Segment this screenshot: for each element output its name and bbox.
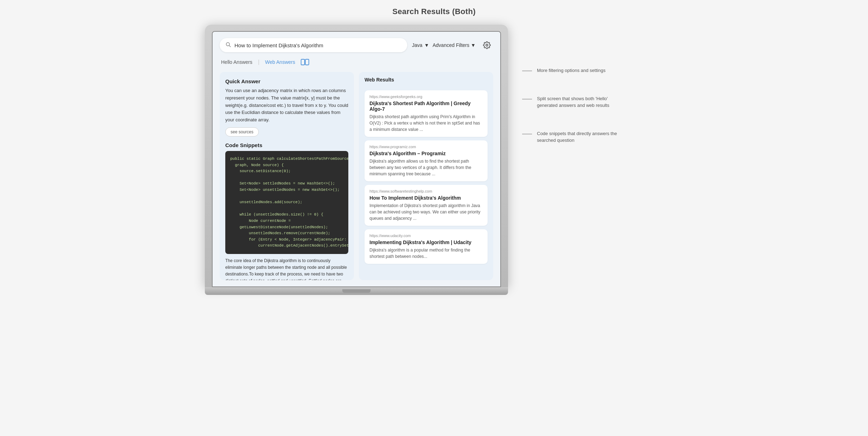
filter-group: Java ▼ Advanced Filters ▼ bbox=[412, 42, 476, 48]
web-result-url-3: https://www.udacity.com bbox=[369, 234, 483, 238]
right-pane-web-results: Web Results https://www.geeksforgeeks.or… bbox=[359, 72, 493, 280]
annotation-text-adv-filters: More filtering options and settings bbox=[537, 67, 605, 74]
web-result-title-3: Implementing Dijkstra's Algorithm | Udac… bbox=[369, 240, 483, 245]
annotation-split-screen: Split screen that shows both 'Hello' gen… bbox=[522, 95, 621, 109]
code-description: The core idea of the Dijkstra algorithm … bbox=[225, 258, 348, 280]
web-result-card-0[interactable]: https://www.geeksforgeeks.orgDijkstra's … bbox=[365, 90, 488, 137]
annotation-line-3 bbox=[522, 134, 532, 134]
screen-content: How to Implement Dijkstra's Algorithm Ja… bbox=[213, 32, 500, 286]
web-result-card-3[interactable]: https://www.udacity.comImplementing Dijk… bbox=[365, 229, 488, 264]
quick-answer-text: You can use an adjacency matrix in which… bbox=[225, 87, 348, 124]
annotation-advanced-filters: More filtering options and settings bbox=[522, 67, 621, 74]
web-result-title-1: Dijkstra's Algorithm – Programiz bbox=[369, 151, 483, 156]
tab-web-answers[interactable]: Web Answers bbox=[265, 58, 295, 66]
annotations-sidebar: More filtering options and settings Spli… bbox=[522, 25, 621, 144]
svg-rect-3 bbox=[301, 59, 305, 65]
web-result-snippet-0: Dijkstra shortest path algorithm using P… bbox=[369, 114, 483, 133]
code-snippets-title: Code Snippets bbox=[225, 142, 348, 148]
advanced-filters-button[interactable]: Advanced Filters ▼ bbox=[433, 42, 476, 48]
svg-rect-4 bbox=[305, 59, 309, 65]
left-pane-hello-answers: Quick Answer You can use an adjacency ma… bbox=[220, 72, 354, 280]
web-result-title-2: How To Implement Dijkstra's Algorithm bbox=[369, 195, 483, 201]
laptop-notch bbox=[342, 289, 371, 293]
annotation-code-snippets: Code snippets that directly answers the … bbox=[522, 130, 621, 144]
laptop-shell: How to Implement Dijkstra's Algorithm Ja… bbox=[205, 25, 508, 287]
search-row: How to Implement Dijkstra's Algorithm Ja… bbox=[220, 38, 493, 52]
search-box[interactable]: How to Implement Dijkstra's Algorithm bbox=[220, 38, 407, 52]
annotation-text-code-snippets: Code snippets that directly answers the … bbox=[537, 130, 621, 144]
language-arrow: ▼ bbox=[424, 42, 429, 48]
web-result-snippet-3: Dijkstra's algorithm is a popular method… bbox=[369, 247, 483, 260]
svg-point-2 bbox=[486, 44, 488, 46]
search-query-text: How to Implement Dijkstra's Algorithm bbox=[234, 42, 323, 48]
annotation-line-2 bbox=[522, 99, 532, 99]
svg-line-1 bbox=[229, 46, 231, 47]
tab-hello-answers[interactable]: Hello Answers bbox=[221, 58, 252, 66]
language-filter[interactable]: Java ▼ bbox=[412, 42, 429, 48]
settings-button[interactable] bbox=[481, 39, 493, 52]
web-result-url-2: https://www.softwaretestinghelp.com bbox=[369, 189, 483, 193]
laptop-wrapper: How to Implement Dijkstra's Algorithm Ja… bbox=[205, 25, 508, 295]
web-results-list: https://www.geeksforgeeks.orgDijkstra's … bbox=[365, 90, 488, 267]
web-result-url-1: https://www.programiz.com bbox=[369, 145, 483, 149]
page-title: Search Results (Both) bbox=[392, 7, 476, 16]
web-result-url-0: https://www.geeksforgeeks.org bbox=[369, 95, 483, 99]
web-result-snippet-2: Implementation of Dijkstra's shortest pa… bbox=[369, 202, 483, 222]
web-result-card-2[interactable]: https://www.softwaretestinghelp.comHow T… bbox=[365, 185, 488, 226]
laptop-base bbox=[205, 287, 508, 295]
tab-layout-icon[interactable] bbox=[301, 59, 309, 65]
quick-answer-title: Quick Answer bbox=[225, 78, 348, 84]
web-results-title: Web Results bbox=[365, 77, 488, 83]
outer-layout: How to Implement Dijkstra's Algorithm Ja… bbox=[205, 25, 663, 295]
see-sources-button[interactable]: see sources bbox=[225, 127, 259, 137]
annotation-text-split-screen: Split screen that shows both 'Hello' gen… bbox=[537, 95, 621, 109]
web-result-snippet-1: Dijkstra's algorithm allows us to find t… bbox=[369, 158, 483, 177]
tabs-row: Hello Answers | Web Answers bbox=[220, 58, 493, 66]
code-snippets-section: Code Snippets public static Graph calcul… bbox=[225, 142, 348, 280]
code-block: public static Graph calculateShortestPat… bbox=[225, 151, 348, 254]
tab-divider: | bbox=[258, 59, 259, 65]
quick-answer-section: Quick Answer You can use an adjacency ma… bbox=[225, 78, 348, 137]
advanced-filters-label: Advanced Filters ▼ bbox=[433, 42, 476, 48]
language-label: Java bbox=[412, 42, 423, 48]
split-panes: Quick Answer You can use an adjacency ma… bbox=[220, 72, 493, 280]
search-icon bbox=[225, 42, 231, 49]
web-result-card-1[interactable]: https://www.programiz.comDijkstra's Algo… bbox=[365, 140, 488, 181]
web-result-title-0: Dijkstra's Shortest Path Algorithm | Gre… bbox=[369, 101, 483, 112]
annotation-line bbox=[522, 71, 532, 71]
laptop-screen: How to Implement Dijkstra's Algorithm Ja… bbox=[212, 31, 501, 287]
